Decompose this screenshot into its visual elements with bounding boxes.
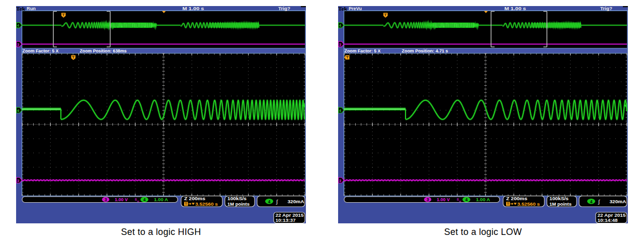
svg-text:4: 4 [268,199,271,204]
svg-text:4: 4 [465,197,468,202]
svg-text:Zoom Position: 4.71 s: Zoom Position: 4.71 s [402,48,448,53]
svg-text:Run: Run [27,6,36,11]
svg-text:1.00 V: 1.00 V [437,197,450,202]
svg-text:4: 4 [590,199,593,204]
svg-text:1M points: 1M points [227,202,250,207]
svg-text:4: 4 [339,23,342,28]
svg-text:Trig?: Trig? [278,6,290,11]
svg-text:Tek: Tek [16,6,26,12]
svg-text:22 Apr 2015: 22 Apr 2015 [276,213,304,218]
svg-text:22 Apr 2015: 22 Apr 2015 [598,213,626,218]
svg-text:PreVu: PreVu [349,6,362,11]
svg-text:Trig?: Trig? [600,6,612,11]
svg-text:Z 200ms: Z 200ms [506,196,527,201]
svg-text:3.52560 s: 3.52560 s [195,202,218,207]
svg-text:3: 3 [427,197,429,202]
svg-text:1M points: 1M points [549,202,572,207]
svg-text:10:13:37: 10:13:37 [276,218,296,223]
svg-text:Zoom Position: 638ms: Zoom Position: 638ms [80,48,127,53]
svg-text:1.00 V: 1.00 V [115,197,128,202]
svg-text:1.00 A: 1.00 A [154,197,169,202]
svg-text:3: 3 [339,178,342,183]
svg-text:w: w [137,200,140,203]
svg-text:Z 200ms: Z 200ms [184,196,205,201]
svg-text:3.52560 s: 3.52560 s [517,202,540,207]
svg-text:10:14:48: 10:14:48 [598,218,618,223]
svg-text:3: 3 [17,42,20,47]
svg-text:4: 4 [339,108,342,113]
svg-text:w: w [459,200,462,203]
svg-text:320mA: 320mA [610,199,627,204]
svg-text:M 1.00 s: M 1.00 s [183,6,204,11]
svg-text:3: 3 [339,42,342,47]
svg-text:Zoom Factor: 5 X: Zoom Factor: 5 X [23,48,59,53]
svg-text:Zoom Factor: 5 X: Zoom Factor: 5 X [345,48,381,53]
svg-text:3: 3 [17,178,20,183]
svg-text:Tek: Tek [338,6,348,12]
svg-text:M 1.00 s: M 1.00 s [505,6,526,11]
svg-text:1.00 A: 1.00 A [476,197,491,202]
svg-text:3: 3 [105,197,107,202]
svg-text:4: 4 [17,108,20,113]
svg-text:100kS/s: 100kS/s [227,196,247,201]
svg-text:100kS/s: 100kS/s [549,196,569,201]
svg-text:4: 4 [17,23,20,28]
svg-text:320mA: 320mA [288,199,305,204]
svg-text:4: 4 [143,197,146,202]
